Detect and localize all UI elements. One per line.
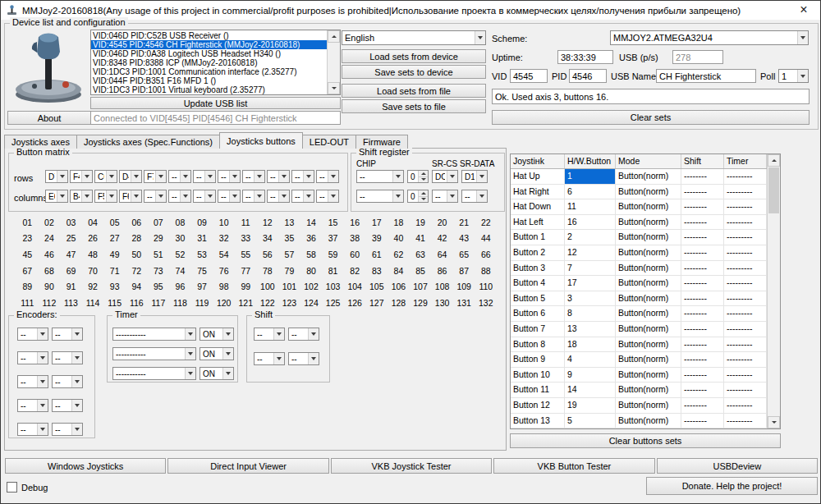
button-grid-cell[interactable]: 26 <box>82 231 104 247</box>
encoder-pin-combo[interactable]: -- <box>52 351 83 364</box>
timer-on-combo[interactable]: ON <box>200 347 234 360</box>
device-list-item[interactable]: VID:046D PID:C52B USB Receiver () <box>91 31 327 40</box>
device-list-item[interactable]: VID:8348 PID:8388 ICP (MMJoy2-20160818) <box>91 58 327 67</box>
table-cell[interactable]: --------- <box>724 337 767 353</box>
button-grid-cell[interactable]: 57 <box>278 246 300 263</box>
update-usb-list-button[interactable]: Update USB list <box>90 97 341 109</box>
tool-button[interactable]: Direct Input Viewer <box>167 458 328 474</box>
button-grid-cell[interactable]: 100 <box>257 278 279 295</box>
table-cell[interactable]: Button 7 <box>511 322 565 337</box>
transfer-button[interactable]: Load sets from file <box>342 84 486 98</box>
table-cell[interactable]: -------- <box>681 230 724 245</box>
button-grid-cell[interactable]: 15 <box>322 214 344 231</box>
button-grid-cell[interactable]: 78 <box>257 263 279 279</box>
button-grid-cell[interactable]: 86 <box>431 263 453 279</box>
table-cell[interactable]: -------- <box>681 291 724 307</box>
table-cell[interactable]: 17 <box>565 276 616 291</box>
transfer-button[interactable]: Save sets to file <box>342 99 486 113</box>
button-grid-cell[interactable]: 68 <box>39 263 61 279</box>
table-cell[interactable]: --------- <box>724 169 767 185</box>
button-grid-cell[interactable]: 01 <box>16 214 39 231</box>
table-cell[interactable]: Button(norm) <box>616 261 681 277</box>
table-cell[interactable]: -------- <box>681 185 724 200</box>
button-grid-cell[interactable]: 10 <box>213 214 235 231</box>
button-grid-cell[interactable]: 131 <box>453 295 475 311</box>
table-cell[interactable]: 13 <box>565 322 616 337</box>
scheme-select[interactable]: MMJOY2.ATMEGA32U4 <box>610 30 809 45</box>
button-grid-cell[interactable]: 32 <box>213 231 235 247</box>
matrix-column-pin-combo[interactable]: -- <box>218 190 241 203</box>
encoder-pin-combo[interactable]: -- <box>52 399 83 412</box>
matrix-row-pin-combo[interactable]: D4 <box>119 170 142 183</box>
matrix-column-pin-combo[interactable]: -- <box>242 190 265 203</box>
button-grid-cell[interactable]: 56 <box>257 246 279 263</box>
table-cell[interactable]: --------- <box>724 245 767 261</box>
buttons-table-scrollbar[interactable] <box>767 154 780 428</box>
matrix-column-pin-combo[interactable]: -- <box>144 190 167 203</box>
table-cell[interactable]: --------- <box>724 230 767 245</box>
button-grid-cell[interactable]: 45 <box>16 246 39 263</box>
button-grid-cell[interactable]: 63 <box>410 246 432 263</box>
button-grid-cell[interactable]: 124 <box>300 295 323 311</box>
matrix-column-pin-combo[interactable]: E6 <box>45 190 68 203</box>
device-list-item[interactable]: VID:046D PID:0A38 Logitech USB Headset H… <box>91 49 327 58</box>
button-grid-cell[interactable]: 67 <box>16 263 39 279</box>
table-cell[interactable]: -------- <box>681 368 724 383</box>
button-grid-cell[interactable]: 85 <box>410 263 432 279</box>
button-grid-cell[interactable]: 123 <box>278 295 300 311</box>
button-grid-cell[interactable]: 07 <box>148 214 170 231</box>
matrix-row-pin-combo[interactable]: -- <box>193 170 216 183</box>
table-cell[interactable]: 7 <box>565 261 616 277</box>
table-cell[interactable]: --------- <box>724 383 767 398</box>
button-grid-cell[interactable]: 132 <box>475 295 497 311</box>
encoder-pin-combo[interactable]: -- <box>17 423 48 436</box>
button-grid-cell[interactable]: 81 <box>322 263 344 279</box>
table-cell[interactable]: Button 3 <box>511 261 565 277</box>
button-grid-cell[interactable]: 25 <box>60 231 82 247</box>
encoder-pin-combo[interactable]: -- <box>52 328 83 341</box>
table-cell[interactable]: Button 1 <box>511 230 565 245</box>
button-grid-cell[interactable]: 70 <box>82 263 104 279</box>
button-grid-cell[interactable]: 48 <box>82 246 104 263</box>
button-grid-cell[interactable]: 43 <box>453 231 475 247</box>
button-grid-cell[interactable]: 13 <box>278 214 300 231</box>
table-cell[interactable]: Button 12 <box>511 398 565 414</box>
encoder-pin-combo[interactable]: -- <box>52 375 83 388</box>
table-cell[interactable]: --------- <box>724 215 767 231</box>
button-grid-cell[interactable]: 52 <box>169 246 191 263</box>
table-cell[interactable]: Button(norm) <box>616 215 681 231</box>
table-cell[interactable]: 1 <box>565 169 616 185</box>
button-grid-cell[interactable]: 127 <box>366 295 388 311</box>
table-cell[interactable]: Button 13 <box>511 414 565 429</box>
button-grid-cell[interactable]: 90 <box>39 278 61 295</box>
table-cell[interactable]: -------- <box>681 322 724 337</box>
tab-joysticks-buttons[interactable]: Joysticks buttons <box>219 132 303 149</box>
button-grid-cell[interactable]: 122 <box>257 295 279 311</box>
button-grid-cell[interactable]: 97 <box>191 278 213 295</box>
button-grid-cell[interactable]: 115 <box>103 295 126 311</box>
button-grid-cell[interactable]: 108 <box>431 278 453 295</box>
shift-pin-combo[interactable]: -- <box>288 352 319 365</box>
table-cell[interactable]: --------- <box>724 306 767 322</box>
button-grid-cell[interactable]: 61 <box>366 246 388 263</box>
button-grid-cell[interactable]: 105 <box>366 278 388 295</box>
button-grid-cell[interactable]: 08 <box>169 214 191 231</box>
table-cell[interactable]: Button(norm) <box>616 185 681 200</box>
matrix-row-pin-combo[interactable]: -- <box>218 170 241 183</box>
tab-firmware[interactable]: Firmware <box>355 135 408 149</box>
button-grid-cell[interactable]: 110 <box>475 278 497 295</box>
button-grid-cell[interactable]: 125 <box>322 295 344 311</box>
encoder-pin-combo[interactable]: -- <box>17 351 48 364</box>
button-grid-cell[interactable]: 36 <box>300 231 323 247</box>
button-grid-cell[interactable]: 41 <box>410 231 432 247</box>
timer-function-combo[interactable]: ----------- <box>112 367 196 380</box>
transfer-button[interactable]: Load sets from device <box>342 49 486 63</box>
table-cell[interactable]: Button 11 <box>511 383 565 398</box>
button-grid-cell[interactable]: 88 <box>475 263 497 279</box>
poll-select[interactable]: 1 <box>778 69 809 83</box>
button-grid-cell[interactable]: 72 <box>126 263 148 279</box>
button-grid-cell[interactable]: 42 <box>431 231 453 247</box>
button-grid-cell[interactable]: 38 <box>344 231 366 247</box>
sr-chip-combo[interactable]: -- <box>356 190 404 203</box>
transfer-button[interactable]: Save sets to device <box>342 65 486 79</box>
